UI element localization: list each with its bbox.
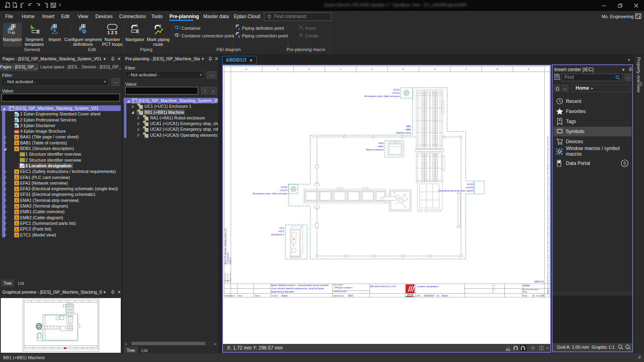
svg-text:&: & — [16, 205, 18, 208]
svg-text:Machine description: Machine description — [523, 288, 539, 290]
svg-text:Enclosure 1: Enclosure 1 — [271, 233, 284, 236]
svg-text:Emergency stop, roller conveyo: Emergency stop, roller conveyor — [253, 192, 287, 195]
svg-text:Commission: Commission — [227, 274, 229, 282]
svg-text:&: & — [16, 176, 18, 179]
svg-text:0: 0 — [623, 161, 626, 166]
svg-text:UCA1: UCA1 — [393, 88, 400, 91]
svg-text:Engineering Standard: Engineering Standard — [271, 290, 294, 293]
svg-text:Eplan: Eplan — [442, 294, 448, 297]
svg-text:EPLAN: EPLAN — [407, 294, 413, 296]
svg-text:Modification: Modification — [225, 295, 235, 297]
svg-text:Eplan: Eplan — [282, 294, 288, 297]
svg-text:Page: Page — [523, 295, 527, 297]
svg-text:Date: Date — [238, 295, 242, 297]
svg-text:8: 8 — [497, 68, 498, 70]
svg-text:[EES]_ISP_Machine_Stacking_Sys: [EES]_ISP_Machine_Stacking_System_V01 — [225, 228, 227, 264]
svg-text:Approved by: Approved by — [333, 295, 344, 297]
svg-text:&: & — [16, 199, 18, 202]
svg-text:9: 9 — [528, 68, 529, 70]
svg-text:1 2 3: 1 2 3 — [107, 30, 117, 35]
svg-text:Robot enclosure: Robot enclosure — [366, 148, 384, 151]
svg-text:Location designation: Location designation — [417, 285, 438, 288]
svg-text:UCA2: UCA2 — [281, 186, 288, 188]
svg-text:&: & — [16, 170, 18, 174]
svg-text:Emergency stop, chain conveyor: Emergency stop, chain conveyor — [365, 95, 400, 97]
svg-text:Machine area: Machine area — [396, 132, 411, 134]
svg-text:UC1: UC1 — [279, 227, 285, 229]
svg-text:RA1: RA1 — [379, 142, 384, 144]
svg-text:4: 4 — [371, 68, 373, 70]
svg-text:A6DB1: A6DB1 — [523, 284, 530, 287]
svg-text:+: + — [494, 289, 495, 291]
svg-text:+UCA3: +UCA3 — [465, 186, 473, 189]
svg-text:BB1: BB1 — [407, 125, 411, 128]
svg-text:+UCA2: +UCA2 — [279, 189, 287, 191]
svg-text:Eplan 'Stacking system' - repr: Eplan 'Stacking system' - representation… — [271, 284, 328, 286]
svg-text:&: & — [16, 210, 18, 214]
svg-text:UCA3: UCA3 — [467, 183, 474, 185]
svg-text:PDF: PDF — [14, 131, 19, 133]
svg-text:Name: Name — [255, 295, 260, 297]
svg-text:<Commission>: <Commission> — [227, 252, 229, 264]
svg-text:+RA1: +RA1 — [378, 145, 384, 148]
svg-text:=: = — [494, 285, 495, 287]
svg-text:&: & — [16, 136, 18, 139]
svg-text:Job number: Job number — [333, 284, 343, 286]
svg-text:6: 6 — [434, 68, 436, 70]
svg-text:Date: Date — [417, 295, 421, 297]
svg-text:of an industry-specific engine: of an industry-specific engineering, usi… — [271, 287, 324, 290]
svg-text:&: & — [16, 147, 18, 151]
svg-text:Operating elements: Door switc: Operating elements: Door switch — [438, 189, 473, 192]
svg-text:Drawing number: Drawing number — [333, 290, 347, 292]
svg-text:2: 2 — [308, 68, 310, 70]
svg-text:+UC1: +UC1 — [278, 230, 284, 232]
svg-text:0: 0 — [246, 68, 247, 70]
svg-text:3: 3 — [340, 68, 341, 70]
svg-text:Page: Page — [523, 291, 527, 293]
svg-text:&: & — [16, 233, 18, 237]
svg-text:+BB1: +BB1 — [405, 128, 411, 131]
svg-text:5/26/2023: 5/26/2023 — [424, 294, 434, 297]
svg-text:10: 10 — [532, 294, 535, 297]
svg-text:&: & — [16, 193, 18, 197]
svg-text:&: & — [16, 141, 18, 145]
svg-text:&: & — [16, 181, 18, 185]
svg-text:Protected by copyright. Passin: Protected by copyright. Passing on as we… — [547, 136, 549, 295]
svg-text:7: 7 — [465, 68, 467, 70]
svg-text:2026.0.3: 2026.0.3 — [229, 257, 231, 264]
svg-text:&: & — [16, 187, 18, 191]
svg-text:5: 5 — [402, 68, 404, 70]
svg-text:<Project number>: <Project number> — [334, 286, 353, 289]
svg-text:&: & — [16, 216, 18, 220]
svg-text:from: from — [536, 295, 540, 297]
svg-text:1: 1 — [277, 68, 279, 70]
svg-text:Project name: Project name — [224, 273, 226, 282]
svg-text:Creator: Creator — [271, 295, 278, 297]
svg-text:&EEC1/1: &EEC1/1 — [534, 280, 544, 283]
svg-text:EPLAN GmbH & Co. KG: EPLAN GmbH & Co. KG — [370, 285, 396, 288]
svg-text:&: & — [16, 228, 18, 231]
svg-text:155: 155 — [540, 294, 544, 297]
svg-text:+UCA1: +UCA1 — [392, 92, 400, 94]
svg-text:EES: EES — [348, 294, 353, 297]
svg-text:Eplan version: Eplan version — [229, 273, 231, 282]
svg-text:&: & — [16, 222, 18, 225]
svg-text:Ed.: Ed. — [437, 295, 440, 297]
